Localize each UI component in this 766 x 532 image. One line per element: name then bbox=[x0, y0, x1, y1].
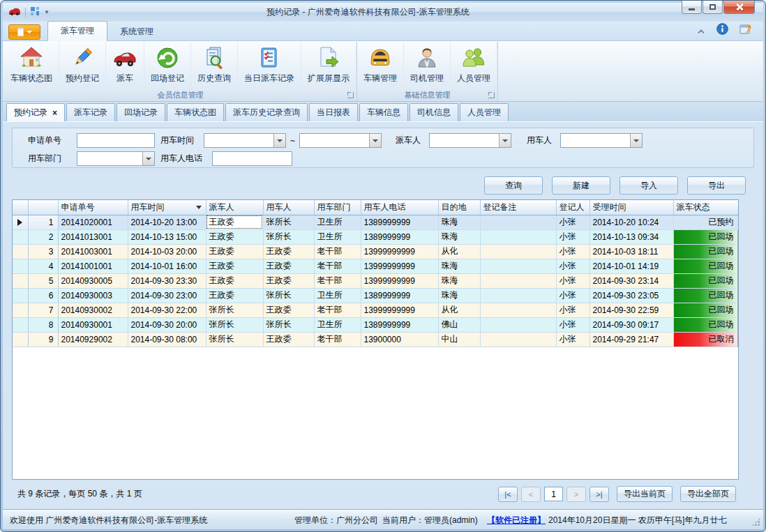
chevron-down-icon[interactable] bbox=[369, 134, 381, 147]
cell-dispatcher[interactable]: 王政委 bbox=[206, 288, 263, 303]
cell-accept-time[interactable]: 2014-10-13 09:34 bbox=[589, 229, 673, 244]
ribbon-button[interactable]: 司机管理 bbox=[404, 42, 451, 89]
cell-user[interactable]: 王政委 bbox=[263, 273, 314, 288]
document-tab[interactable]: 车辆状态图 bbox=[167, 103, 224, 121]
cell-phone[interactable]: 13900000 bbox=[361, 332, 438, 347]
last-page-button[interactable]: >| bbox=[589, 487, 609, 502]
cell-remark[interactable] bbox=[480, 259, 556, 273]
chevron-down-icon[interactable] bbox=[273, 134, 285, 147]
ribbon-button[interactable]: 历史查询 bbox=[191, 42, 238, 89]
document-tab[interactable]: 车辆信息 bbox=[359, 103, 408, 121]
restore-button[interactable] bbox=[703, 1, 723, 14]
action-button[interactable]: 新建 bbox=[552, 176, 610, 195]
cell-dept[interactable]: 卫生所 bbox=[314, 215, 361, 229]
cell-dispatcher[interactable]: 张所长 bbox=[206, 303, 263, 317]
window-layout-icon[interactable] bbox=[30, 6, 40, 19]
cell-dept[interactable]: 卫生所 bbox=[314, 229, 361, 244]
cell-accept-time[interactable]: 2014-09-30 22:59 bbox=[589, 303, 673, 317]
document-tab[interactable]: 回场记录 bbox=[117, 103, 165, 121]
use-time-from-combo[interactable] bbox=[204, 133, 286, 148]
app-car-icon[interactable] bbox=[8, 6, 21, 19]
cell-use-time[interactable]: 2014-10-13 15:00 bbox=[128, 229, 206, 244]
cell-remark[interactable] bbox=[480, 317, 556, 332]
prev-page-button[interactable]: < bbox=[521, 487, 541, 502]
cell-use-time[interactable]: 2014-09-30 23:30 bbox=[128, 273, 206, 288]
cell-user[interactable]: 王政委 bbox=[263, 244, 314, 259]
cell-order-no[interactable]: 20141013001 bbox=[58, 229, 128, 244]
registered-link[interactable]: 【软件已注册】 bbox=[487, 515, 546, 526]
cell-registrar[interactable]: 小张 bbox=[556, 259, 589, 273]
cell-destination[interactable]: 珠海 bbox=[438, 288, 480, 303]
column-header[interactable]: 目的地 bbox=[438, 200, 480, 215]
table-row[interactable]: 4 20141001001 2014-10-01 16:00 王政委 王政委 老… bbox=[13, 259, 738, 273]
cell-destination[interactable]: 珠海 bbox=[438, 215, 480, 229]
cell-destination[interactable]: 从化 bbox=[438, 303, 480, 317]
info-icon[interactable] bbox=[716, 23, 728, 38]
cell-remark[interactable] bbox=[480, 303, 556, 317]
column-header[interactable]: 登记人 bbox=[556, 200, 589, 215]
order-no-input[interactable] bbox=[77, 133, 155, 148]
chevron-down-icon[interactable] bbox=[142, 152, 154, 165]
cell-destination[interactable]: 珠海 bbox=[438, 273, 480, 288]
cell-registrar[interactable]: 小张 bbox=[556, 244, 589, 259]
cell-phone[interactable]: 13999999999 bbox=[361, 303, 438, 317]
cell-order-no[interactable]: 20141001001 bbox=[58, 259, 128, 273]
cell-use-time[interactable]: 2014-10-20 13:00 bbox=[128, 215, 206, 229]
cell-dept[interactable]: 老干部 bbox=[314, 332, 361, 347]
cell-remark[interactable] bbox=[480, 215, 556, 229]
ribbon-button[interactable]: 派车 bbox=[106, 42, 144, 89]
cell-user[interactable]: 王政委 bbox=[263, 303, 314, 317]
column-header[interactable]: 用车部门 bbox=[314, 200, 361, 215]
cell-status[interactable]: 已回场 bbox=[673, 259, 738, 273]
table-row[interactable]: 9 20140929002 2014-09-30 08:00 张所长 王政委 老… bbox=[13, 332, 738, 347]
cell-dispatcher[interactable]: 张所长 bbox=[206, 317, 263, 332]
cell-dispatcher[interactable]: 王政委 bbox=[206, 273, 263, 288]
close-tab-icon[interactable]: × bbox=[52, 109, 57, 116]
table-row[interactable]: 5 20140930005 2014-09-30 23:30 王政委 王政委 老… bbox=[13, 273, 738, 288]
first-page-button[interactable]: |< bbox=[498, 487, 518, 502]
ribbon-button[interactable]: 车辆管理 bbox=[357, 42, 404, 89]
cell-status[interactable]: 已预约 bbox=[673, 215, 738, 229]
cell-status[interactable]: 已回场 bbox=[673, 288, 738, 303]
column-header[interactable]: 申请单号 bbox=[58, 200, 128, 215]
column-header[interactable]: 受理时间 bbox=[589, 200, 673, 215]
cell-dispatcher[interactable]: 王政委 bbox=[206, 244, 263, 259]
cell-phone[interactable]: 1389999999 bbox=[361, 215, 438, 229]
cell-remark[interactable] bbox=[480, 273, 556, 288]
ribbon-button[interactable]: 扩展屏显示 bbox=[301, 42, 356, 89]
cell-remark[interactable] bbox=[480, 244, 556, 259]
cell-registrar[interactable]: 小张 bbox=[556, 229, 589, 244]
about-window-icon[interactable] bbox=[739, 24, 752, 38]
document-tab[interactable]: 预约记录 × bbox=[6, 103, 65, 121]
action-button[interactable]: 导出 bbox=[687, 176, 746, 195]
cell-destination[interactable]: 珠海 bbox=[438, 229, 480, 244]
cell-phone[interactable]: 1389999999 bbox=[361, 229, 438, 244]
cell-accept-time[interactable]: 2014-09-29 21:47 bbox=[589, 332, 673, 347]
cell-dept[interactable]: 老干部 bbox=[314, 273, 361, 288]
cell-dispatcher[interactable]: 王政委 bbox=[206, 259, 263, 273]
cell-order-no[interactable]: 20141003001 bbox=[58, 244, 128, 259]
cell-remark[interactable] bbox=[480, 332, 556, 347]
cell-order-no[interactable]: 20140930001 bbox=[58, 317, 128, 332]
cell-user[interactable]: 张所长 bbox=[263, 317, 314, 332]
dialog-launcher-icon[interactable] bbox=[347, 92, 354, 98]
cell-status[interactable]: 已回场 bbox=[673, 244, 738, 259]
cell-user[interactable]: 王政委 bbox=[263, 259, 314, 273]
cell-use-time[interactable]: 2014-10-01 16:00 bbox=[128, 259, 206, 273]
cell-status[interactable]: 已回场 bbox=[673, 229, 738, 244]
cell-use-time[interactable]: 2014-09-30 08:00 bbox=[128, 332, 206, 347]
cell-phone[interactable]: 13999999999 bbox=[361, 273, 438, 288]
document-tab[interactable]: 当日报表 bbox=[309, 103, 358, 121]
document-tab[interactable]: 人员管理 bbox=[460, 103, 509, 121]
cell-order-no[interactable]: 20140930003 bbox=[58, 288, 128, 303]
cell-accept-time[interactable]: 2014-10-20 10:24 bbox=[589, 215, 673, 229]
cell-registrar[interactable]: 小张 bbox=[556, 273, 589, 288]
column-header[interactable]: 用车人 bbox=[263, 200, 314, 215]
collapse-ribbon-icon[interactable] bbox=[697, 24, 705, 37]
cell-accept-time[interactable]: 2014-09-30 23:05 bbox=[589, 288, 673, 303]
cell-dispatcher[interactable]: 张所长 bbox=[206, 332, 263, 347]
cell-destination[interactable]: 中山 bbox=[438, 332, 480, 347]
cell-order-no[interactable]: 20140930005 bbox=[58, 273, 128, 288]
ribbon-tab[interactable]: 系统管理 bbox=[107, 22, 166, 40]
cell-phone[interactable]: 13999999999 bbox=[361, 244, 438, 259]
